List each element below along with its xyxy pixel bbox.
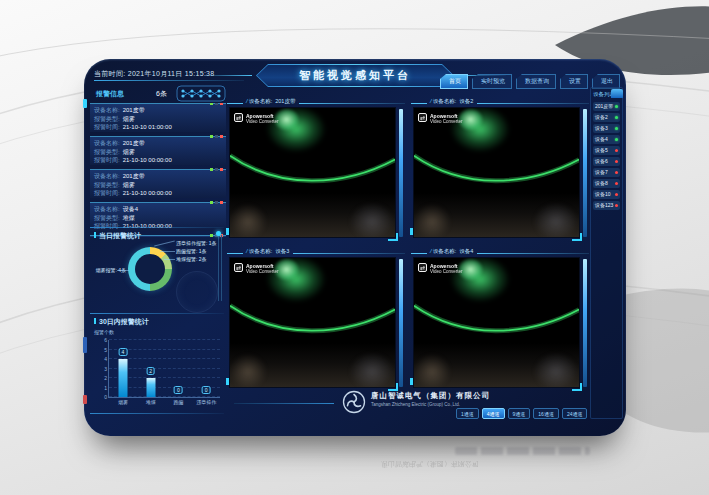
converter-icon: ⇄ — [418, 113, 427, 122]
video-scrollbar[interactable] — [399, 109, 403, 237]
alarm-time-label: 报警时间: — [94, 156, 120, 165]
video-scrollbar[interactable] — [583, 109, 587, 237]
bar-group: 0跑偏 — [165, 340, 193, 397]
channel-layout-buttons: 1通道 4通道 9通道 16通道 24通道 — [456, 408, 587, 419]
watermark-emblem — [176, 271, 218, 313]
device-list-item[interactable]: 设备6 — [593, 157, 620, 166]
alarm-status-leds — [210, 135, 223, 138]
alarm-time-value: 21-10-10 00:00:00 — [123, 189, 172, 198]
alarm-card[interactable]: 设备名称:201皮带 报警类型:烟雾 报警时间:21-10-10 00:00:0… — [90, 169, 226, 198]
video-panel-3[interactable]: / 设备名称:设备3 ⇄ Apowersoft Video Converter — [227, 245, 405, 391]
alarm-device-value: 201皮带 — [123, 139, 145, 148]
bar-chart-plot: 01234564烟雾2堆煤0跑偏0违章操作 — [108, 340, 220, 398]
nav-home-button[interactable]: 首页 — [440, 74, 468, 89]
device-list-item[interactable]: 201皮带 — [593, 102, 620, 111]
channel-24-button[interactable]: 24通道 — [562, 408, 588, 419]
page-title-frame: 智能视觉感知平台 — [256, 64, 454, 87]
donut-chart — [128, 247, 172, 291]
video-panel-2[interactable]: / 设备名称:设备2 ⇄ Apowersoft Video Converter — [411, 95, 589, 241]
device-name: 设备5 — [595, 147, 608, 153]
alarm-panel-title: 报警信息 — [96, 89, 124, 99]
section-divider — [90, 313, 224, 314]
device-status-dot — [615, 171, 618, 174]
donut-label-1: 跑偏报警: 1条 — [176, 248, 207, 254]
device-list-item[interactable]: 设备4 — [593, 135, 620, 144]
buttons-reflection — [455, 447, 590, 455]
channel-9-button[interactable]: 9通道 — [508, 408, 531, 419]
bar-category-label: 跑偏 — [173, 399, 183, 405]
video-feed[interactable]: ⇄ Apowersoft Video Converter — [229, 257, 396, 388]
device-list-tab[interactable] — [611, 89, 623, 98]
alarm-device-label: 设备名称: — [94, 172, 120, 181]
device-status-dot — [615, 138, 618, 141]
video-panel-1[interactable]: / 设备名称:201皮带 ⇄ Apowersoft Video Converte… — [227, 95, 405, 241]
channel-1-button[interactable]: 1通道 — [456, 408, 479, 419]
company-name-en: Tangshan Zhicheng Electric (Group) Co.,L… — [371, 402, 460, 407]
device-list-item[interactable]: 设备123 — [593, 201, 620, 210]
dashboard-panel: 当前时间: 2021年10月11日 15:15:38 智能视觉感知平台 首页 实… — [84, 59, 626, 436]
video-panel-header: / 设备名称:201皮带 — [227, 95, 405, 107]
y-axis-tick: 3 — [100, 366, 107, 372]
device-status-dot — [615, 127, 618, 130]
device-list-item[interactable]: 设备3 — [593, 124, 620, 133]
channel-16-button[interactable]: 16通道 — [533, 408, 559, 419]
device-list-item[interactable]: 设备2 — [593, 113, 620, 122]
alarm-card[interactable]: 设备名称:201皮带 报警类型:烟雾 报警时间:21-10-10 01:00:0… — [90, 103, 226, 132]
device-list-item[interactable]: 设备8 — [593, 179, 620, 188]
alarm-device-value: 201皮带 — [123, 106, 145, 115]
y-axis-tick: 6 — [100, 337, 107, 343]
belt-curve — [230, 108, 395, 237]
device-list-item[interactable]: 设备10 — [593, 190, 620, 199]
donut-label-0: 违章操作报警: 1条 — [176, 240, 217, 246]
alarm-status-leds — [210, 103, 223, 105]
alarm-time-label: 报警时间: — [94, 189, 120, 198]
device-name: 设备8 — [595, 180, 608, 186]
bar-category-label: 违章操作 — [196, 399, 216, 405]
alarm-device-value: 201皮带 — [123, 172, 145, 181]
video-feed[interactable]: ⇄ Apowersoft Video Converter — [413, 257, 580, 388]
nav-data-query-button[interactable]: 数据查询 — [516, 74, 556, 89]
alarm-type-value: 烟雾 — [123, 181, 135, 190]
company-logo — [342, 390, 366, 414]
device-list-item[interactable]: 设备7 — [593, 168, 620, 177]
device-name: 设备7 — [595, 169, 608, 175]
video-feed[interactable]: ⇄ Apowersoft Video Converter — [413, 107, 580, 238]
current-time: 当前时间: 2021年10月11日 15:15:38 — [94, 69, 215, 79]
watermark: ⇄ Apowersoft Video Converter — [418, 113, 462, 125]
corner-accent — [410, 228, 413, 235]
bar-value-badge: 0 — [174, 386, 183, 394]
belt-curve — [414, 108, 579, 237]
alarm-time-value: 21-10-10 00:00:00 — [123, 156, 172, 165]
y-axis-tick: 0 — [100, 394, 107, 400]
alarm-type-label: 报警类型: — [94, 181, 120, 190]
corner-bracket — [572, 383, 582, 391]
video-feed[interactable]: ⇄ Apowersoft Video Converter — [229, 107, 396, 238]
node-graph-icon — [176, 85, 226, 102]
device-list: 201皮带 设备2 设备3 设备4 设备5 设备6 设备7 设备8 设备10 设… — [593, 102, 620, 210]
device-name: 设备6 — [595, 158, 608, 164]
video-grid: / 设备名称:201皮带 ⇄ Apowersoft Video Converte… — [227, 95, 589, 391]
bar-category-label: 烟雾 — [118, 399, 128, 405]
video-name-label: 设备名称: — [249, 98, 273, 105]
video-scrollbar[interactable] — [583, 259, 587, 387]
bar-chart-ylabel: 报警个数 — [94, 329, 114, 335]
video-panel-4[interactable]: / 设备名称:设备4 ⇄ Apowersoft Video Converter — [411, 245, 589, 391]
alarm-card-list: 设备名称:201皮带 报警类型:烟雾 报警时间:21-10-10 01:00:0… — [90, 103, 226, 237]
nav-live-preview-button[interactable]: 实时预览 — [472, 74, 512, 89]
video-name-value: 设备2 — [459, 98, 473, 105]
device-list-item[interactable]: 设备5 — [593, 146, 620, 155]
video-name-label: 设备名称: — [433, 248, 457, 255]
watermark-line2: Video Converter — [246, 269, 278, 275]
converter-icon: ⇄ — [234, 263, 243, 272]
section-divider — [90, 413, 224, 414]
corner-accent — [226, 228, 229, 235]
channel-4-button[interactable]: 4通道 — [482, 408, 505, 419]
nav-settings-button[interactable]: 设置 — [560, 74, 588, 89]
bar-value-badge: 4 — [118, 348, 127, 356]
device-list-panel: 设备列表 201皮带 设备2 设备3 设备4 设备5 设备6 设备7 设备8 设… — [590, 87, 623, 419]
device-name: 设备3 — [595, 125, 608, 131]
alarm-card[interactable]: 设备名称:201皮带 报警类型:烟雾 报警时间:21-10-10 00:00:0… — [90, 136, 226, 165]
video-scrollbar[interactable] — [399, 259, 403, 387]
device-name: 设备10 — [595, 191, 611, 197]
bar-group: 0违章操作 — [192, 340, 220, 397]
